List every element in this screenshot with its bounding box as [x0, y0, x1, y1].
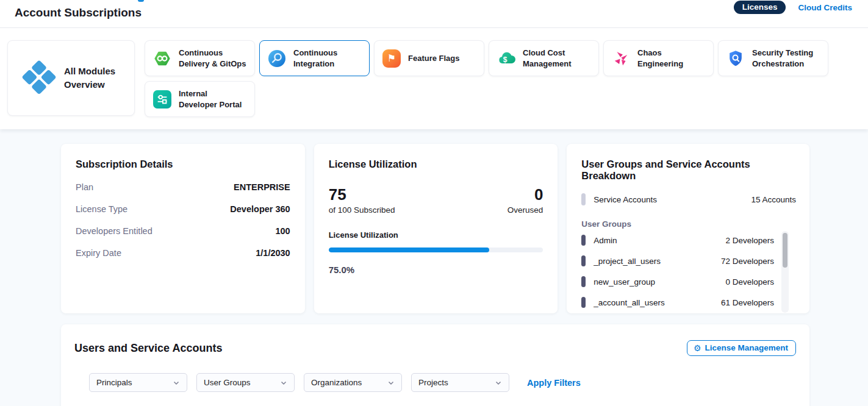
apply-filters-button[interactable]: Apply Filters — [527, 378, 581, 388]
user-group-row: _project_all_users 72 Developers — [581, 251, 775, 271]
card-title: License Utilization — [329, 158, 543, 170]
user-group-row: new_user_group 0 Developers — [581, 271, 775, 292]
service-accounts-pill-icon — [581, 193, 586, 205]
user-groups-dropdown[interactable]: User Groups — [196, 373, 295, 392]
chevron-down-icon — [280, 379, 287, 386]
module-tile-label: Continuous Delivery & GitOps — [179, 48, 247, 69]
card-title: Subscription Details — [76, 158, 290, 170]
module-tile-cloud-cost-management[interactable]: $ Cloud Cost Management — [489, 40, 599, 76]
module-tile-internal-developer-portal[interactable]: Internal Developer Portal — [145, 81, 255, 117]
chevron-down-icon — [387, 379, 395, 386]
used-count: 75 — [329, 186, 395, 204]
cloud-credits-link[interactable]: Cloud Credits — [798, 3, 852, 12]
continuous-delivery-icon — [152, 49, 172, 68]
chevron-down-icon — [173, 379, 180, 386]
user-groups-label: User Groups — [581, 219, 796, 229]
security-testing-icon — [726, 49, 745, 68]
projects-dropdown[interactable]: Projects — [411, 373, 509, 392]
page-header: Account Subscriptions Licenses Cloud Cre… — [0, 0, 868, 28]
used-stat: 75 of 100 Subscribed — [329, 186, 395, 215]
breakdown-card: User Groups and Service Accounts Breakdo… — [567, 144, 809, 313]
principals-dropdown[interactable]: Principals — [89, 373, 187, 392]
subscription-details-card: Subscription Details Plan ENTERPRISE Lic… — [61, 144, 305, 313]
continuous-integration-icon — [267, 49, 287, 68]
main-content: Subscription Details Plan ENTERPRISE Lic… — [0, 129, 868, 406]
service-accounts-row: Service Accounts 15 Accounts — [581, 189, 796, 210]
module-tile-label: Chaos Engineering — [637, 48, 706, 69]
utilization-stats: 75 of 100 Subscribed 0 Overused — [329, 186, 543, 215]
overused-caption: Overused — [508, 205, 543, 215]
module-tile-label: Feature Flags — [408, 53, 460, 64]
user-groups-list: Admin 2 Developers _project_all_users 72… — [581, 230, 796, 313]
module-tile-feature-flags[interactable]: ⚑ Feature Flags — [374, 40, 484, 76]
progress-bar-label: License Utilization — [329, 230, 543, 240]
svg-text:$: $ — [503, 55, 508, 63]
utilization-progress-fill — [329, 248, 490, 252]
user-group-row: _account_all_users 61 Developers — [581, 292, 775, 313]
summary-cards-row: Subscription Details Plan ENTERPRISE Lic… — [61, 144, 809, 313]
used-caption: of 100 Subscribed — [329, 205, 395, 215]
chaos-engineering-icon — [611, 49, 631, 68]
overview-tile-label: All Modules Overview — [64, 65, 119, 91]
module-tile-label: Internal Developer Portal — [179, 88, 247, 110]
header-actions: Licenses Cloud Credits — [734, 0, 852, 15]
module-tile-label: Continuous Integration — [293, 48, 362, 69]
scrollbar-thumb[interactable] — [783, 233, 787, 268]
utilization-percent: 75.0% — [329, 265, 543, 275]
module-tile-security-testing[interactable]: Security Testing Orchestration — [718, 40, 828, 76]
page-title: Account Subscriptions — [15, 6, 142, 20]
internal-developer-portal-icon — [152, 90, 172, 109]
utilization-progress-track — [329, 248, 543, 252]
organizations-dropdown[interactable]: Organizations — [304, 373, 402, 392]
user-group-pill-icon — [581, 297, 586, 308]
card-title: User Groups and Service Accounts Breakdo… — [581, 158, 796, 182]
active-tab-indicator — [138, 0, 144, 2]
chevron-down-icon — [495, 379, 502, 386]
feature-flags-icon: ⚑ — [382, 49, 401, 68]
user-group-pill-icon — [581, 235, 586, 246]
overused-count: 0 — [508, 186, 543, 204]
license-utilization-card: License Utilization 75 of 100 Subscribed… — [314, 144, 558, 313]
module-tiles: Continuous Delivery & GitOps Continuous … — [145, 40, 834, 117]
user-group-row: Admin 2 Developers — [581, 230, 775, 251]
subscription-detail-rows: Plan ENTERPRISE License Type Developer 3… — [76, 176, 290, 264]
users-and-service-accounts-section: Users and Service Accounts ⚙ License Man… — [61, 324, 809, 406]
modules-strip: All Modules Overview Continuous Delivery… — [0, 28, 868, 129]
cloud-cost-management-icon: $ — [497, 49, 516, 68]
module-tile-continuous-integration[interactable]: Continuous Integration — [259, 40, 370, 76]
all-modules-overview-tile[interactable]: All Modules Overview — [7, 40, 135, 116]
scrollbar[interactable] — [781, 231, 789, 313]
user-group-pill-icon — [581, 276, 586, 287]
license-management-button[interactable]: ⚙ License Management — [687, 340, 796, 356]
users-section-header: Users and Service Accounts ⚙ License Man… — [74, 340, 796, 356]
detail-row-developers-entitled: Developers Entitled 100 — [76, 220, 290, 242]
users-section-title: Users and Service Accounts — [74, 342, 222, 355]
licenses-toggle-button[interactable]: Licenses — [734, 1, 786, 14]
module-tile-continuous-delivery[interactable]: Continuous Delivery & GitOps — [145, 40, 255, 76]
module-tile-chaos-engineering[interactable]: Chaos Engineering — [603, 40, 714, 76]
gear-icon: ⚙ — [694, 344, 701, 352]
detail-row-license-type: License Type Developer 360 — [76, 198, 290, 220]
module-tile-label: Cloud Cost Management — [523, 48, 591, 69]
filters-row: Principals User Groups Organizations Pro… — [89, 373, 796, 392]
user-group-pill-icon — [581, 255, 586, 266]
detail-row-expiry-date: Expiry Date 1/1/2030 — [76, 242, 290, 264]
module-tile-label: Security Testing Orchestration — [752, 48, 820, 69]
overused-stat: 0 Overused — [508, 186, 543, 215]
all-modules-icon — [21, 60, 57, 96]
detail-row-plan: Plan ENTERPRISE — [76, 176, 290, 198]
